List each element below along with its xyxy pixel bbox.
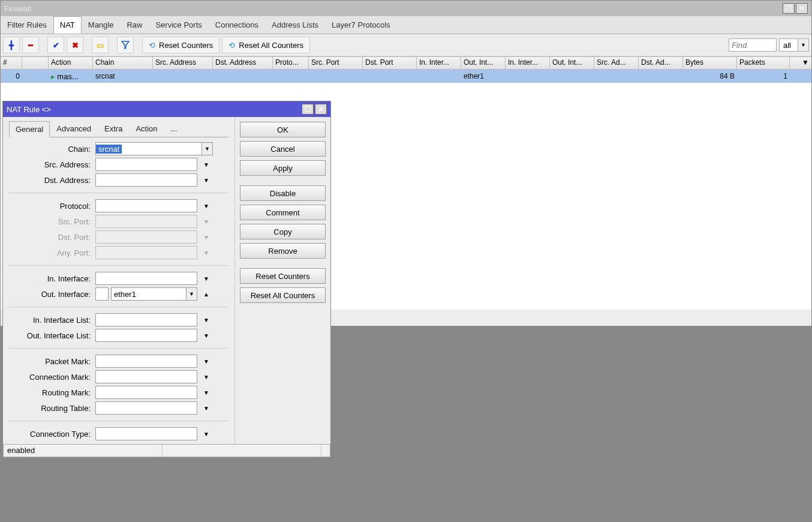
dialog-titlebar: NAT Rule <> ❐ ✕ bbox=[3, 101, 330, 117]
expand-icon[interactable]: ▼ bbox=[200, 386, 213, 399]
tab-general[interactable]: General bbox=[9, 121, 50, 137]
reset-all-counters-button[interactable]: Reset All Counters bbox=[240, 287, 326, 303]
add-button[interactable]: ╋ bbox=[3, 37, 20, 53]
expand-icon[interactable]: ▼ bbox=[200, 272, 213, 285]
tab-address-lists[interactable]: Address Lists bbox=[265, 16, 325, 34]
ok-button[interactable]: OK bbox=[240, 122, 326, 137]
comment-button[interactable]: Comment bbox=[240, 205, 326, 220]
in-interface-label: In. Interface: bbox=[9, 274, 93, 283]
close-icon[interactable]: ✕ bbox=[315, 104, 327, 115]
col-bytes[interactable]: Bytes bbox=[683, 57, 737, 69]
col-action[interactable]: Action bbox=[49, 57, 93, 69]
table-row[interactable]: 0 ▸ mas... srcnat ether1 84 B 1 bbox=[1, 70, 811, 83]
in-interface-input[interactable] bbox=[95, 272, 197, 285]
expand-icon[interactable]: ▼ bbox=[200, 401, 213, 415]
expand-icon[interactable]: ▼ bbox=[200, 370, 213, 383]
reset-counters-button[interactable]: Reset Counters bbox=[240, 268, 326, 284]
chevron-down-icon: ▼ bbox=[798, 39, 808, 51]
expand-icon[interactable]: ▼ bbox=[200, 329, 213, 342]
tab-nat[interactable]: NAT bbox=[53, 16, 82, 34]
tab-raw[interactable]: Raw bbox=[120, 16, 149, 34]
routing-mark-input[interactable] bbox=[95, 386, 197, 399]
any-port-input bbox=[95, 246, 197, 259]
tab-mangle[interactable]: Mangle bbox=[82, 16, 121, 34]
disable-button[interactable]: ✖ bbox=[67, 37, 83, 53]
connection-type-input[interactable] bbox=[95, 427, 197, 440]
col-src-port[interactable]: Src. Port bbox=[309, 57, 363, 69]
connection-mark-input[interactable] bbox=[95, 370, 197, 383]
dst-address-input[interactable] bbox=[95, 173, 197, 187]
tab-advanced[interactable]: Advanced bbox=[50, 121, 98, 137]
col-dst-addr[interactable]: Dst. Address bbox=[213, 57, 273, 69]
protocol-input[interactable] bbox=[95, 199, 197, 212]
routing-table-input[interactable] bbox=[95, 401, 197, 415]
chevron-down-icon[interactable]: ▼ bbox=[202, 143, 212, 155]
tab-filter-rules[interactable]: Filter Rules bbox=[1, 16, 53, 34]
col-chain[interactable]: Chain bbox=[93, 57, 153, 69]
out-interface-negate[interactable] bbox=[95, 287, 109, 301]
reset-counters-button[interactable]: ⟲ Reset Counters bbox=[142, 37, 219, 53]
protocol-label: Protocol: bbox=[9, 202, 93, 211]
disable-button[interactable]: Disable bbox=[240, 185, 326, 201]
collapse-icon[interactable]: ▲ bbox=[200, 287, 213, 301]
col-packets[interactable]: Packets bbox=[737, 57, 790, 69]
status-enabled: enabled bbox=[4, 445, 163, 457]
col-num[interactable]: # bbox=[1, 57, 22, 69]
col-out-if[interactable]: Out. Int... bbox=[461, 57, 506, 69]
col-src-ad[interactable]: Src. Ad... bbox=[594, 57, 639, 69]
chain-label: Chain: bbox=[9, 145, 93, 154]
comment-icon[interactable]: ▭ bbox=[92, 37, 109, 53]
enable-button[interactable]: ✔ bbox=[47, 37, 64, 53]
packet-mark-label: Packet Mark: bbox=[9, 357, 93, 366]
out-interface-list-input[interactable] bbox=[95, 329, 197, 342]
chain-input[interactable]: srcnat ▼ bbox=[95, 142, 213, 155]
filter-combo[interactable]: all ▼ bbox=[779, 38, 809, 52]
tab-layer7[interactable]: Layer7 Protocols bbox=[325, 16, 397, 34]
col-blank[interactable] bbox=[22, 57, 49, 69]
restore-icon[interactable]: ❐ bbox=[783, 3, 795, 14]
col-src-addr[interactable]: Src. Address bbox=[153, 57, 213, 69]
expand-icon[interactable]: ▼ bbox=[200, 427, 213, 440]
copy-button[interactable]: Copy bbox=[240, 224, 326, 239]
col-out-if2[interactable]: Out. Int... bbox=[550, 57, 594, 69]
col-menu[interactable]: ▼ bbox=[790, 57, 811, 69]
expand-icon: ▼ bbox=[200, 230, 213, 244]
expand-icon[interactable]: ▼ bbox=[200, 158, 213, 171]
filter-icon[interactable] bbox=[117, 37, 134, 53]
col-in-if2[interactable]: In. Inter... bbox=[506, 57, 550, 69]
expand-icon: ▼ bbox=[200, 215, 213, 228]
tab-more[interactable]: ... bbox=[164, 121, 184, 137]
dialog-statusbar: enabled bbox=[3, 444, 330, 457]
connection-type-label: Connection Type: bbox=[9, 430, 93, 439]
tab-connections[interactable]: Connections bbox=[209, 16, 265, 34]
in-interface-list-input[interactable] bbox=[95, 313, 197, 326]
col-proto[interactable]: Proto... bbox=[273, 57, 309, 69]
apply-button[interactable]: Apply bbox=[240, 160, 326, 176]
firewall-titlebar: Firewall ❐ ✕ bbox=[1, 1, 811, 16]
col-in-if[interactable]: In. Inter... bbox=[417, 57, 461, 69]
src-address-input[interactable] bbox=[95, 158, 197, 171]
tab-action[interactable]: Action bbox=[129, 121, 164, 137]
restore-icon[interactable]: ❐ bbox=[302, 104, 314, 115]
expand-icon[interactable]: ▼ bbox=[200, 199, 213, 212]
out-interface-input[interactable]: ether1 ▼ bbox=[111, 287, 197, 301]
cancel-button[interactable]: Cancel bbox=[240, 141, 326, 157]
reset-all-counters-button[interactable]: ⟲ Reset All Counters bbox=[222, 37, 310, 53]
masquerade-icon: ▸ bbox=[51, 72, 55, 81]
remove-button[interactable]: Remove bbox=[240, 243, 326, 259]
tab-extra[interactable]: Extra bbox=[98, 121, 129, 137]
tab-service-ports[interactable]: Service Ports bbox=[149, 16, 208, 34]
firewall-tabs: Filter Rules NAT Mangle Raw Service Port… bbox=[1, 16, 811, 34]
col-dst-ad[interactable]: Dst. Ad... bbox=[639, 57, 683, 69]
col-dst-port[interactable]: Dst. Port bbox=[363, 57, 417, 69]
expand-icon[interactable]: ▼ bbox=[200, 173, 213, 187]
chevron-down-icon[interactable]: ▼ bbox=[186, 288, 197, 300]
out-interface-list-label: Out. Interface List: bbox=[9, 331, 93, 340]
close-icon[interactable]: ✕ bbox=[796, 3, 808, 14]
expand-icon[interactable]: ▼ bbox=[200, 355, 213, 368]
remove-button[interactable]: ━ bbox=[22, 37, 39, 53]
packet-mark-input[interactable] bbox=[95, 355, 197, 368]
find-input[interactable] bbox=[729, 38, 777, 52]
expand-icon[interactable]: ▼ bbox=[200, 313, 213, 326]
routing-mark-label: Routing Mark: bbox=[9, 388, 93, 397]
